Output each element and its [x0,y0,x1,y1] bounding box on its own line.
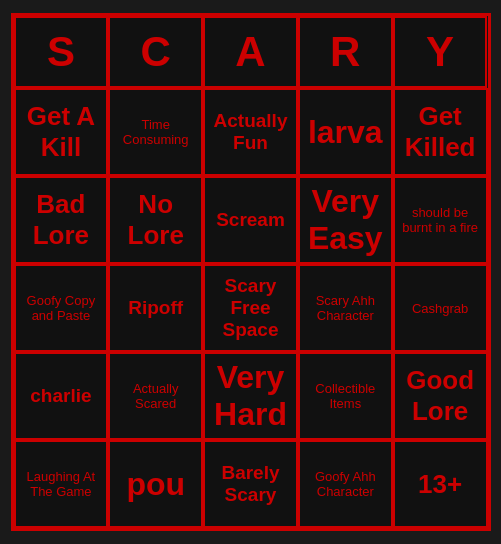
bingo-cell-18: Collectible Items [298,352,393,440]
bingo-cell-6: No Lore [108,176,203,264]
bingo-cell-0: Get A Kill [14,88,109,176]
bingo-cell-17: Very Hard [203,352,298,440]
bingo-cell-19: Good Lore [393,352,488,440]
header-letter-y: Y [393,16,488,88]
header-letter-r: R [298,16,393,88]
bingo-cell-22: Barely Scary [203,440,298,528]
bingo-cell-14: Cashgrab [393,264,488,352]
bingo-cell-12: Scary Free Space [203,264,298,352]
bingo-cell-24: 13+ [393,440,488,528]
bingo-cell-11: Ripoff [108,264,203,352]
bingo-cell-8: Very Easy [298,176,393,264]
bingo-cell-23: Goofy Ahh Character [298,440,393,528]
bingo-cell-5: Bad Lore [14,176,109,264]
bingo-cell-3: larva [298,88,393,176]
bingo-grid: Get A KillTime ConsumingActually Funlarv… [14,88,488,528]
bingo-cell-2: Actually Fun [203,88,298,176]
bingo-cell-13: Scary Ahh Character [298,264,393,352]
bingo-cell-15: charlie [14,352,109,440]
bingo-cell-20: Laughing At The Game [14,440,109,528]
header-letter-c: C [108,16,203,88]
header-letter-a: A [203,16,298,88]
bingo-cell-1: Time Consuming [108,88,203,176]
header-letter-s: S [14,16,109,88]
bingo-card: SCARY Get A KillTime ConsumingActually F… [11,13,491,531]
bingo-cell-9: should be burnt in a fire [393,176,488,264]
bingo-cell-16: Actually Scared [108,352,203,440]
bingo-cell-4: Get Killed [393,88,488,176]
bingo-cell-10: Goofy Copy and Paste [14,264,109,352]
bingo-header: SCARY [14,16,488,88]
bingo-cell-7: Scream [203,176,298,264]
bingo-cell-21: pou [108,440,203,528]
